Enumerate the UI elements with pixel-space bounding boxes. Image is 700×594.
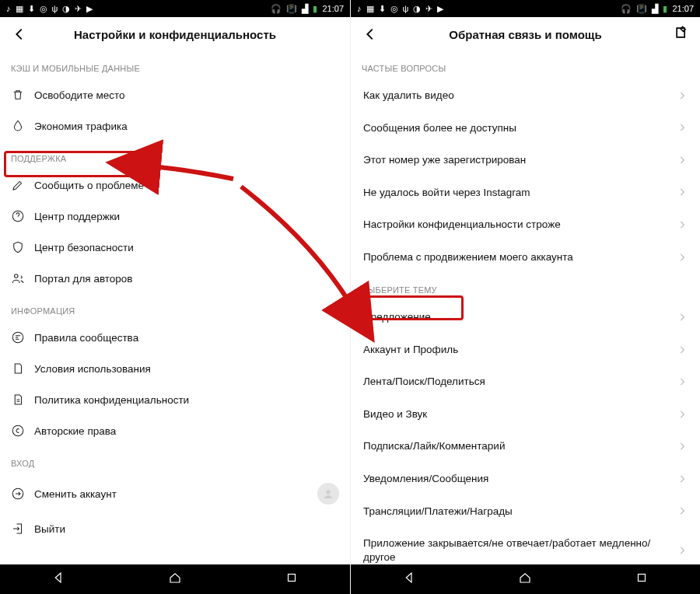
chevron-right-icon (677, 376, 688, 387)
signal-icon: ▟ (302, 4, 308, 14)
account-icon: ◑ (413, 4, 421, 14)
item-terms[interactable]: Условия использования (0, 353, 350, 384)
status-bar: ♪ ▦ ⬇ ◎ ψ ◑ ✈ ▶ 🎧 📳 ▟ ▮ 21:07 (351, 0, 700, 17)
topic-crash-slow-other[interactable]: Приложение закрывается/не отвечает/работ… (351, 527, 700, 564)
status-bar: ♪ ▦ ⬇ ◎ ψ ◑ ✈ ▶ 🎧 📳 ▟ ▮ 21:07 (0, 0, 350, 17)
nav-back[interactable] (51, 571, 65, 588)
item-creator-portal[interactable]: Портал для авторов (0, 263, 350, 294)
switch-icon (11, 487, 25, 501)
topic-account-profile[interactable]: Аккаунт и Профиль (351, 334, 700, 366)
copyright-icon (11, 424, 25, 438)
version-text: v18.6.6(2021806060) (0, 544, 350, 564)
tiktok-icon: ♪ (6, 4, 11, 13)
chevron-right-icon (677, 187, 688, 197)
account-icon: ◑ (62, 4, 70, 14)
shield-icon (11, 240, 25, 254)
item-privacy[interactable]: Политика конфиденциальности (0, 384, 350, 415)
item-copyright[interactable]: Авторские права (0, 415, 350, 446)
topic-notifications-messages[interactable]: Уведомления/Сообщения (351, 463, 700, 495)
item-guidelines[interactable]: Правила сообщества (0, 322, 350, 353)
item-switch-account[interactable]: Сменить аккаунт (0, 474, 350, 513)
download-icon: ⬇ (28, 4, 35, 14)
guidelines-icon (11, 330, 25, 344)
faq-privacy-stricter[interactable]: Настройки конфиденциальности строже (351, 208, 700, 241)
instagram-icon: ◎ (40, 4, 47, 14)
page-title: Настройки и конфиденциальность (0, 28, 350, 41)
content-right: ЧАСТЫЕ ВОПРОСЫ Как удалить видео Сообщен… (351, 51, 700, 564)
section-support: ПОДДЕРЖКА (0, 142, 350, 169)
android-navbar (0, 564, 350, 594)
logout-icon (11, 522, 25, 536)
svg-rect-7 (639, 575, 646, 582)
chevron-right-icon (677, 473, 688, 484)
battery-icon: ▮ (663, 4, 667, 14)
faq-delete-video[interactable]: Как удалить видео (351, 79, 700, 112)
tiktok-icon: ♪ (357, 4, 362, 13)
app-header-left: Настройки и конфиденциальность (0, 17, 350, 51)
svg-point-1 (15, 274, 19, 278)
faq-messages-unavailable[interactable]: Сообщения более не доступны (351, 112, 700, 145)
chevron-right-icon (677, 252, 688, 263)
doc-icon (11, 362, 25, 376)
section-topic: ВЫБЕРИТЕ ТЕМУ (351, 273, 700, 301)
section-cache: КЭШ И МОБИЛЬНЫЕ ДАННЫЕ (0, 51, 350, 79)
topic-live-payments-rewards[interactable]: Трансляции/Платежи/Награды (351, 495, 700, 528)
back-button[interactable] (362, 26, 379, 43)
nav-home[interactable] (168, 571, 182, 588)
chevron-right-icon (677, 409, 688, 420)
chevron-right-icon (677, 155, 688, 166)
app-header-right: Обратная связь и помощь (351, 17, 700, 51)
play-icon: ▶ (437, 4, 443, 14)
back-button[interactable] (11, 26, 28, 43)
usb-icon: ψ (403, 4, 409, 13)
section-faq: ЧАСТЫЕ ВОПРОСЫ (351, 51, 700, 79)
nav-recent[interactable] (635, 571, 649, 588)
nav-recent[interactable] (285, 571, 299, 588)
item-help-center[interactable]: Центр поддержки (0, 201, 350, 232)
chevron-right-icon (677, 122, 688, 133)
help-icon (11, 209, 25, 223)
headphones-icon: 🎧 (271, 4, 282, 14)
faq-instagram-login[interactable]: Не удалось войти через Instagram (351, 176, 700, 209)
vibrate-icon: 📳 (286, 4, 297, 14)
vibrate-icon: 📳 (636, 4, 647, 14)
chevron-right-icon (677, 90, 688, 101)
usb-icon: ψ (52, 4, 58, 13)
topic-feed-search-share[interactable]: Лента/Поиск/Поделиться (351, 365, 700, 398)
item-free-space[interactable]: Освободите место (0, 79, 350, 110)
compose-button[interactable] (674, 25, 689, 44)
phone-right: ♪ ▦ ⬇ ◎ ψ ◑ ✈ ▶ 🎧 📳 ▟ ▮ 21:07 Обратная с… (350, 0, 700, 594)
pencil-icon (11, 178, 25, 192)
svg-point-5 (326, 490, 330, 494)
chevron-right-icon (677, 505, 688, 516)
item-data-saver[interactable]: Экономия трафика (0, 110, 350, 142)
section-login: ВХОД (0, 446, 350, 474)
chevron-right-icon (677, 312, 688, 323)
instagram-icon: ◎ (390, 4, 398, 14)
topic-suggestion[interactable]: Предложение (351, 301, 700, 334)
drop-icon (11, 119, 25, 133)
section-info: ИНФОРМАЦИЯ (0, 294, 350, 322)
telegram-icon: ✈ (75, 4, 82, 14)
faq-promotion-problem[interactable]: Проблема с продвижением моего аккаунта (351, 241, 700, 274)
faq-number-registered[interactable]: Этот номер уже зарегистрирован (351, 144, 700, 176)
headphones-icon: 🎧 (621, 4, 632, 14)
gallery-icon: ▦ (16, 4, 23, 14)
people-icon (11, 271, 25, 285)
download-icon: ⬇ (379, 4, 386, 14)
clock: 21:07 (672, 4, 694, 13)
topic-video-sound[interactable]: Видео и Звук (351, 398, 700, 431)
chevron-right-icon (677, 344, 688, 355)
svg-rect-6 (289, 575, 296, 582)
nav-home[interactable] (518, 571, 532, 588)
gallery-icon: ▦ (366, 4, 374, 14)
item-safety-center[interactable]: Центр безопасности (0, 232, 350, 263)
item-report-problem[interactable]: Сообщить о проблеме (0, 169, 350, 201)
item-logout[interactable]: Выйти (0, 513, 350, 544)
chevron-right-icon (677, 545, 688, 556)
battery-icon: ▮ (313, 4, 317, 14)
chevron-right-icon (677, 219, 688, 230)
signal-icon: ▟ (652, 4, 658, 14)
topic-follow-like-comment[interactable]: Подписка/Лайк/Комментарий (351, 430, 700, 463)
nav-back[interactable] (402, 571, 416, 588)
